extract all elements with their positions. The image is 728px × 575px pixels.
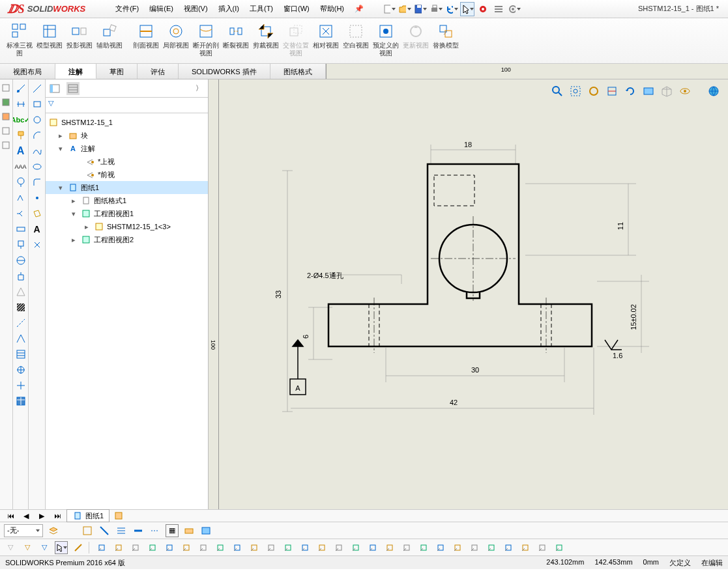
lineformat-icon-2[interactable]: [98, 524, 111, 537]
drawing-canvas[interactable]: 18 33 11 6 30 42 15±0.02 2-Ø4.5通孔 1.6 A: [219, 79, 728, 509]
filter-btn-0[interactable]: [95, 541, 108, 554]
dock-icon-4[interactable]: [1, 126, 12, 137]
layer-dropdown[interactable]: -无-: [4, 524, 43, 537]
menu-tools[interactable]: 工具(T): [244, 1, 278, 16]
filter-btn-11[interactable]: [282, 541, 295, 554]
filter-btn-6[interactable]: [197, 541, 210, 554]
sketch-ellipse[interactable]: [31, 160, 44, 173]
tool-gtol[interactable]: [14, 223, 27, 236]
dock-icon-5[interactable]: [1, 141, 12, 151]
lineformat-icon-3[interactable]: [115, 524, 128, 537]
sketch-plane[interactable]: [31, 207, 44, 220]
filter-btn-21[interactable]: [451, 541, 464, 554]
filter-vertex-icon[interactable]: ▽: [38, 541, 51, 554]
tree-drawview1[interactable]: ▾工程图视图1: [46, 207, 208, 220]
sheet-nav-next[interactable]: ▶: [35, 509, 48, 522]
tool-spellcheck[interactable]: Abc✓: [14, 113, 27, 126]
sketch-fillet[interactable]: [31, 176, 44, 189]
filter-btn-12[interactable]: [298, 541, 312, 554]
tab-swaddins[interactable]: SOLIDWORKS 插件: [179, 64, 270, 79]
undo-button[interactable]: [444, 2, 459, 16]
sketch-spline[interactable]: [31, 145, 44, 158]
tool-revtable[interactable]: [14, 348, 27, 361]
filter-btn-23[interactable]: [485, 541, 498, 554]
tree-hdr-btn2[interactable]: [66, 82, 80, 95]
filter-btn-25[interactable]: [519, 541, 532, 554]
tab-sheetformat[interactable]: 图纸格式: [270, 64, 326, 79]
tool-centermarkline[interactable]: [14, 379, 27, 392]
filter-btn-17[interactable]: [383, 541, 396, 554]
tool-warning-icon[interactable]: [14, 285, 27, 298]
tree-topview[interactable]: *上视: [46, 155, 208, 168]
menu-pin-icon[interactable]: 📌: [349, 2, 369, 16]
filter-btn-7[interactable]: [214, 541, 227, 554]
save-button[interactable]: [413, 2, 428, 16]
filter-btn-24[interactable]: [502, 541, 515, 554]
tool-datumtarget[interactable]: [14, 254, 27, 267]
lineformat-icon-6[interactable]: ▦: [166, 524, 179, 537]
tab-sketch[interactable]: 草图: [96, 64, 138, 79]
menu-view[interactable]: 视图(V): [179, 1, 213, 16]
tool-datum[interactable]: [14, 238, 27, 251]
tree-frontview[interactable]: *前视: [46, 168, 208, 181]
tool-cosmetic[interactable]: [14, 332, 27, 345]
ribbon-emptyview[interactable]: 空白视图: [342, 21, 370, 51]
ribbon-auxview[interactable]: 辅助视图: [95, 21, 124, 51]
lineformat-icon-7[interactable]: [182, 524, 196, 537]
tree-root[interactable]: SHSTM12-15_1: [46, 116, 208, 129]
filter-btn-19[interactable]: [417, 541, 430, 554]
filter-clear-icon[interactable]: ▽: [4, 541, 17, 554]
dock-icon-2[interactable]: [1, 98, 12, 108]
filter-btn-27[interactable]: [553, 541, 566, 554]
tool-balloon[interactable]: [14, 176, 27, 189]
tool-table[interactable]: [14, 395, 27, 408]
tree-hdr-expand[interactable]: 〉: [192, 82, 205, 95]
filter-btn-26[interactable]: [536, 541, 549, 554]
ribbon-relview[interactable]: 相对视图: [312, 21, 340, 51]
menu-window[interactable]: 窗口(W): [278, 1, 315, 16]
options-button[interactable]: [491, 2, 506, 16]
sketch-rect[interactable]: [31, 98, 44, 111]
tool-linearpattern[interactable]: AAA: [14, 160, 27, 173]
lineformat-icon-5[interactable]: [149, 524, 162, 537]
tab-annotation[interactable]: 注解: [55, 64, 96, 79]
tree-filter-icon[interactable]: ▽: [48, 99, 205, 107]
tool-dimension[interactable]: [14, 82, 27, 95]
menu-edit[interactable]: 编辑(E): [144, 1, 179, 16]
filter-btn-10[interactable]: [265, 541, 278, 554]
ribbon-predefview[interactable]: 预定义的视图: [371, 21, 400, 59]
tool-hole[interactable]: [14, 270, 27, 283]
sheet-tab-1[interactable]: 图纸1: [66, 509, 109, 522]
print-button[interactable]: [429, 2, 443, 16]
dock-icon-3[interactable]: [1, 112, 12, 122]
filter-btn-16[interactable]: [366, 541, 379, 554]
tool-weld[interactable]: [14, 207, 27, 220]
filter-btn-9[interactable]: [248, 541, 261, 554]
ribbon-replacemodel[interactable]: 替换模型: [431, 21, 460, 51]
sketch-line[interactable]: [31, 82, 44, 95]
filter-btn-14[interactable]: [332, 541, 345, 554]
select-button[interactable]: [460, 2, 474, 16]
tool-formatpaint[interactable]: [14, 129, 27, 142]
sheet-nav-first[interactable]: ⏮: [4, 509, 17, 522]
filter-btn-13[interactable]: [315, 541, 328, 554]
filter-btn-2[interactable]: [129, 541, 142, 554]
filter-toggle-icon[interactable]: ▽: [21, 541, 34, 554]
new-button[interactable]: [382, 2, 396, 16]
lineformat-icon-1[interactable]: [81, 524, 94, 537]
settings-button[interactable]: [507, 2, 521, 16]
sketch-point[interactable]: [31, 191, 44, 204]
tree-hdr-btn1[interactable]: [48, 82, 61, 95]
tree-annotations[interactable]: ▾A注解: [46, 142, 208, 155]
filter-btn-4[interactable]: [163, 541, 176, 554]
sheet-add[interactable]: [112, 509, 125, 522]
ribbon-std3view[interactable]: 标准三视图: [5, 21, 34, 59]
rebuild-button[interactable]: [476, 2, 490, 16]
ribbon-breakview[interactable]: 断裂视图: [222, 21, 250, 51]
tool-centermark[interactable]: [14, 363, 27, 376]
filter-btn-1[interactable]: [112, 541, 125, 554]
filter-btn-15[interactable]: [349, 541, 362, 554]
sketch-arc[interactable]: [31, 129, 44, 142]
filter-btn-8[interactable]: [231, 541, 244, 554]
menu-insert[interactable]: 插入(I): [213, 1, 244, 16]
